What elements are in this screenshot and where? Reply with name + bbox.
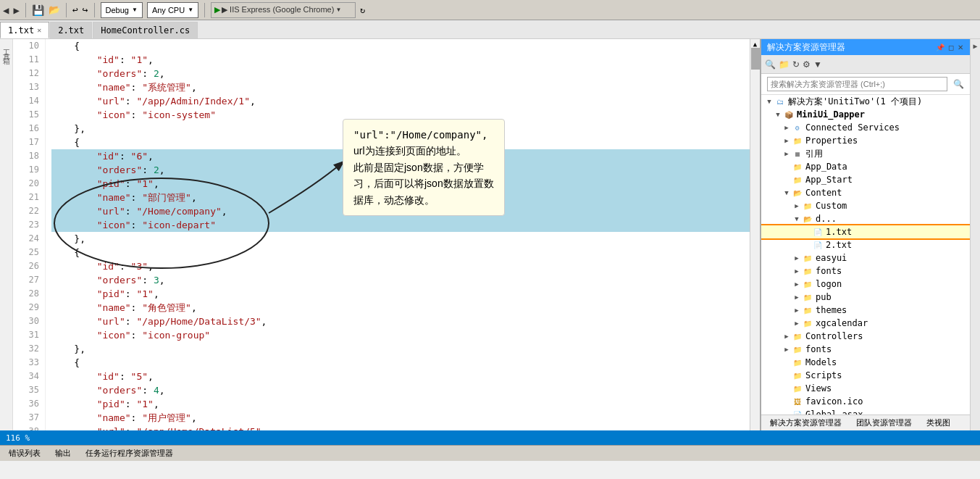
scroll-up-btn[interactable]: ▲ <box>750 41 761 48</box>
back-btn[interactable]: ◀ <box>3 4 9 16</box>
panel-title: 解决方案资源管理器 <box>767 41 845 54</box>
panel-tb-btn3[interactable]: ↻ <box>792 59 800 70</box>
tree-item-ref[interactable]: ▶ ■ 引用 <box>761 147 970 160</box>
tree-item-fonts[interactable]: ▶ 📁 fonts <box>761 265 970 278</box>
item-label: 1.txt <box>826 227 852 237</box>
tab-label: 2.txt <box>58 25 84 36</box>
tree-item-2txt[interactable]: 📄 2.txt <box>761 238 970 251</box>
ln20: 20 <box>19 177 39 191</box>
tree-item-appdata[interactable]: 📁 App_Data <box>761 160 970 173</box>
editor-area: 10 11 12 13 14 15 16 17 18 19 20 21 22 2… <box>13 39 760 430</box>
code-line: "id": "3", <box>51 259 760 273</box>
tree-item-d[interactable]: ▼ 📂 d... <box>761 212 970 225</box>
toolbox-label[interactable]: 工 <box>0 42 13 45</box>
open-icon[interactable]: 📂 <box>49 4 60 15</box>
project-icon: 📦 <box>783 109 795 120</box>
left-toolbar: 工 具 箱 <box>0 39 13 430</box>
tree-item-models[interactable]: 📁 Models <box>761 356 970 369</box>
code-line: { <box>51 246 760 259</box>
team-explorer-tab[interactable]: 团队资源管理器 <box>850 416 918 430</box>
ln30: 30 <box>19 315 39 328</box>
code-line: "icon": "icon-group" <box>51 328 760 342</box>
class-view-tab[interactable]: 类视图 <box>921 416 956 430</box>
item-label: d... <box>816 214 837 224</box>
code-line: { <box>51 356 760 370</box>
tree-item-connected[interactable]: ▶ ⚙ Connected Services <box>761 121 970 134</box>
tree-solution-root[interactable]: ▼ 🗂 解决方案'UnitiTwo'(1 个项目) <box>761 95 970 108</box>
toolbox-label3[interactable]: 箱 <box>0 51 13 54</box>
ln21: 21 <box>19 191 39 204</box>
scroll-thumb[interactable] <box>751 48 760 70</box>
line-numbers: 10 11 12 13 14 15 16 17 18 19 20 21 22 2… <box>13 39 46 430</box>
output-tab[interactable]: 输出 <box>49 446 77 460</box>
refresh-icon[interactable]: ↻ <box>360 5 365 15</box>
code-line-highlighted: "icon": "icon-depart" <box>51 218 760 232</box>
tree-item-logon[interactable]: ▶ 📁 logon <box>761 278 970 291</box>
tree-project[interactable]: ▼ 📦 MiniUi_Dapper <box>761 108 970 121</box>
task-runner-tab[interactable]: 任务运行程序资源管理器 <box>80 446 179 460</box>
folder-open-icon: 📂 <box>802 214 813 224</box>
expand-icon: ▼ <box>782 189 792 196</box>
expand-handle[interactable]: ▶ <box>971 42 979 50</box>
tree-item-views[interactable]: 📁 Views <box>761 382 970 395</box>
undo-icon[interactable]: ↩ <box>72 4 78 15</box>
tab-close-1txt[interactable]: ✕ <box>37 26 41 34</box>
tree-item-themes[interactable]: ▶ 📁 themes <box>761 304 970 317</box>
tree-item-1txt[interactable]: 📄 1.txt <box>761 225 970 238</box>
tree-item-xgcalendar[interactable]: ▶ 📁 xgcalendar <box>761 317 970 330</box>
panel-tb-btn2[interactable]: 📁 <box>778 59 790 70</box>
annotation-line1: "url":"/Home/company", <box>353 127 494 143</box>
cpu-dropdown[interactable]: Any CPU ▼ <box>147 2 198 18</box>
redo-icon[interactable]: ↪ <box>83 4 88 15</box>
tab-homecontroller[interactable]: HomeController.cs <box>93 22 198 38</box>
panel-tb-btn4[interactable]: ⚙ <box>802 59 811 70</box>
item-label: logon <box>816 279 842 289</box>
tree-item-content[interactable]: ▼ 📂 Content <box>761 186 970 199</box>
item-label: Scripts <box>805 370 842 380</box>
tree-item-custom[interactable]: ▶ 📁 Custom <box>761 199 970 212</box>
solution-explorer-tab[interactable]: 解决方案资源管理器 <box>764 416 847 430</box>
tree-item-pub[interactable]: ▶ 📁 pub <box>761 291 970 304</box>
tab-1txt[interactable]: 1.txt ✕ <box>0 22 49 38</box>
file-icon: 📄 <box>812 240 824 250</box>
close-panel-button[interactable]: ✕ <box>957 43 964 52</box>
folder-icon: 📁 <box>802 305 813 315</box>
item-label: 引用 <box>805 148 823 160</box>
tree-item-controllers[interactable]: ▶ 📁 Controllers <box>761 330 970 343</box>
tree-item-easyui[interactable]: ▶ 📁 easyui <box>761 251 970 265</box>
search-row: 🔍 <box>761 74 970 95</box>
search-icon[interactable]: 🔍 <box>950 79 967 89</box>
tree-item-favicon[interactable]: 🖼 favicon.ico <box>761 395 970 408</box>
zoom-label: 116 % <box>6 433 30 443</box>
pin-button[interactable]: 📌 <box>935 43 945 52</box>
code-line: "orders": 4, <box>51 383 760 397</box>
panel-tb-btn5[interactable]: ▼ <box>813 59 823 70</box>
run-button[interactable]: ▶ ▶ IIS Express (Google Chrome) ▼ <box>211 2 356 18</box>
tree-item-global[interactable]: 📄 Global.asax <box>761 408 970 415</box>
file-icon: 📄 <box>812 227 824 237</box>
save-icon[interactable]: 💾 <box>32 4 44 16</box>
code-line: "name": "用户管理", <box>51 411 760 425</box>
ln33: 33 <box>19 356 39 370</box>
run-arrow: ▼ <box>335 7 341 13</box>
panel-tb-btn1[interactable]: 🔍 <box>764 59 776 70</box>
code-line: "url": "/app/Admin/Index/1", <box>51 94 760 108</box>
debug-dropdown[interactable]: Debug ▼ <box>101 2 143 18</box>
tree-item-appstart[interactable]: 📁 App_Start <box>761 173 970 186</box>
float-button[interactable]: ◻ <box>947 43 955 52</box>
code-lines[interactable]: { "id": "1", "orders": 2, "name": "系统管理"… <box>46 39 760 430</box>
tree-item-fonts2[interactable]: ▶ 📁 fonts <box>761 343 970 356</box>
error-list-tab[interactable]: 错误列表 <box>3 446 46 460</box>
item-label: App_Data <box>805 162 847 172</box>
sep2 <box>66 3 67 17</box>
item-label: Content <box>805 188 842 198</box>
tree-item-properties[interactable]: ▶ 📁 Properties <box>761 134 970 147</box>
item-label: fonts <box>805 344 832 354</box>
forward-btn[interactable]: ▶ <box>13 4 19 16</box>
tab-2txt[interactable]: 2.txt <box>50 22 92 38</box>
editor-scrollbar[interactable]: ▲ <box>750 39 760 430</box>
search-input[interactable] <box>767 77 947 91</box>
toolbox-label2[interactable]: 具 <box>0 46 13 49</box>
expand-icon: ▶ <box>782 137 792 144</box>
tree-item-scripts[interactable]: 📁 Scripts <box>761 369 970 382</box>
